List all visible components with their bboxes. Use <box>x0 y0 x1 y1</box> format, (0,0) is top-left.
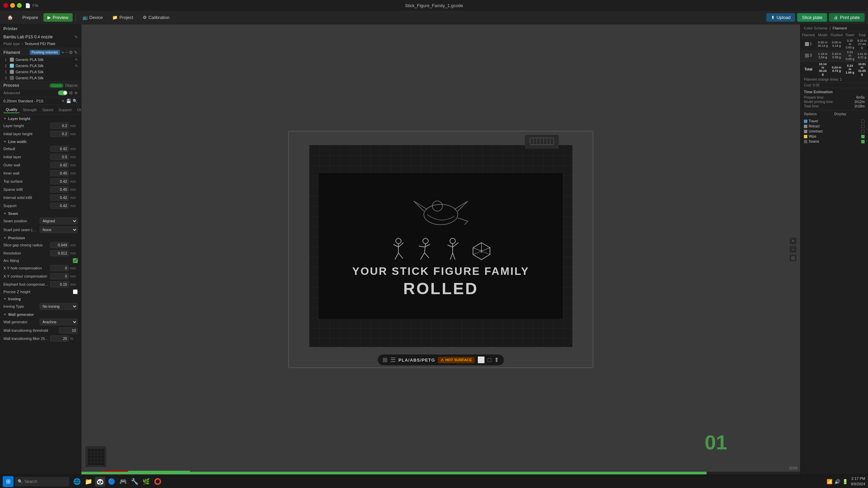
print-button[interactable]: 🖨 Print plate <box>829 13 865 22</box>
model-time-row: Model printing time: 1h12m <box>804 100 865 104</box>
ironing-group[interactable]: ▼ Ironing <box>0 295 81 302</box>
filament-item-3[interactable]: 1 Generic PLA Silk <box>0 69 81 75</box>
taskbar-app-1[interactable]: 🌐 <box>72 476 82 487</box>
toolbar-right: ⬆ Upload Slice plate 🖨 Print plate <box>766 13 865 22</box>
seam-position-select[interactable]: Aligned <box>40 218 78 224</box>
scarf-joint-select[interactable]: None <box>40 226 78 233</box>
slice-button[interactable]: Slice plate <box>797 13 827 22</box>
internal-solid-infill-input[interactable] <box>50 195 69 201</box>
initial-layer-height-input[interactable] <box>50 131 69 137</box>
tab-speed[interactable]: Speed <box>40 107 56 113</box>
tab-quality[interactable]: Quality <box>3 106 20 113</box>
xy-hole-input[interactable] <box>50 265 69 271</box>
outer-wall-label: Outer wall <box>3 163 49 167</box>
process-diff-icon[interactable]: ≋ <box>74 90 78 95</box>
travel-check[interactable] <box>861 120 865 123</box>
top-surface-input[interactable] <box>50 178 69 184</box>
seams-check[interactable] <box>861 140 865 143</box>
maximize-button[interactable] <box>17 3 22 8</box>
objects-button[interactable]: Objects <box>65 83 78 87</box>
arc-fitting-checkbox[interactable] <box>73 258 78 263</box>
filament-edit-icon-2[interactable]: ✎ <box>75 64 78 68</box>
layer-height-group[interactable]: ▼ Layer height <box>0 115 81 122</box>
layer-height-input[interactable] <box>50 123 69 129</box>
process-grid-icon[interactable]: ⊞ <box>69 90 73 95</box>
network-icon[interactable]: 📶 <box>827 479 832 484</box>
profile-search-icon[interactable]: 🔍 <box>73 99 78 103</box>
initial-layer-width-input[interactable] <box>50 154 69 160</box>
zoom-in-button[interactable]: + <box>789 237 797 245</box>
travel-color <box>804 120 807 123</box>
profile-save-icon[interactable]: 💾 <box>66 99 71 103</box>
taskbar-app-5[interactable]: 🔧 <box>130 476 140 487</box>
taskbar-search[interactable]: 🔍 Search <box>15 477 69 486</box>
flushing-volumes-button[interactable]: Flushing volumes <box>29 50 60 55</box>
filament-add-button[interactable]: + <box>62 50 64 55</box>
xy-contour-input[interactable] <box>50 273 69 279</box>
zoom-out-button[interactable]: − <box>789 246 797 253</box>
sparse-infill-input[interactable] <box>50 186 69 192</box>
tab-others[interactable]: Others <box>75 107 81 113</box>
tab-strength[interactable]: Strength <box>20 107 39 113</box>
wall-filter-input[interactable] <box>50 336 69 342</box>
seam-group[interactable]: ▼ Seam <box>0 210 81 217</box>
volume-icon[interactable]: 🔊 <box>834 479 840 484</box>
device-button[interactable]: 📺 Device <box>78 13 107 22</box>
unretract-check[interactable] <box>861 130 865 133</box>
inner-wall-input[interactable] <box>50 170 69 176</box>
outer-wall-input[interactable] <box>50 162 69 168</box>
global-badge[interactable]: Global <box>50 83 63 88</box>
ironing-type-select[interactable]: No ironing <box>40 303 78 310</box>
elephant-foot-input[interactable] <box>50 281 69 287</box>
taskbar-app-6[interactable]: 🌿 <box>141 476 151 487</box>
filament-settings-button[interactable]: ⚙ <box>69 50 73 55</box>
taskbar-app-steam[interactable]: 🎮 <box>118 476 128 487</box>
home-button[interactable]: 🏠 <box>3 13 17 22</box>
default-input[interactable] <box>50 146 69 152</box>
filament-edit-icon-1[interactable]: ✎ <box>75 58 78 62</box>
minimize-button[interactable] <box>10 3 15 8</box>
prepare-button[interactable]: Prepare <box>18 13 42 22</box>
profile-close-icon[interactable]: ✕ <box>61 99 65 103</box>
filament-item-4[interactable]: 3 Generic PLA Silk <box>0 75 81 81</box>
filament-item-2[interactable]: 2 Generic PLA Silk ✎ <box>0 63 81 69</box>
taskbar-app-bambu[interactable]: 🐼 <box>95 476 105 487</box>
printer-row[interactable]: Bambu Lab P1S 0.4 nozzle ✎ <box>0 33 81 41</box>
retract-check[interactable] <box>861 125 865 128</box>
start-button[interactable]: ⊞ <box>3 476 14 487</box>
filament-edit-button[interactable]: ✎ <box>74 50 78 55</box>
display-items: Travel Retract Unretract Wipe Seams <box>801 119 868 144</box>
precision-group[interactable]: ▼ Precision <box>0 234 81 241</box>
advanced-toggle[interactable] <box>58 90 67 95</box>
battery-icon[interactable]: 🔋 <box>842 479 848 484</box>
wall-threshold-input[interactable] <box>59 327 78 333</box>
calibration-button[interactable]: ⚙ Calibration <box>139 13 174 22</box>
upload-button[interactable]: ⬆ Upload <box>766 13 795 22</box>
line-width-group[interactable]: ▼ Line width <box>0 138 81 145</box>
support-width-input[interactable] <box>50 203 69 209</box>
taskbar-app-edge[interactable]: 🔵 <box>106 476 117 487</box>
fit-view-button[interactable]: ⊡ <box>789 254 797 262</box>
wall-gen-select[interactable]: Arachne <box>40 319 78 325</box>
filament-remove-button[interactable]: − <box>65 50 68 55</box>
file-icon: 📄 <box>25 3 31 8</box>
precise-z-checkbox[interactable] <box>73 289 78 294</box>
project-button[interactable]: 📁 Project <box>108 13 137 22</box>
taskbar-app-7[interactable]: ⭕ <box>153 476 163 487</box>
resolution-input[interactable] <box>50 250 69 256</box>
slice-gap-input[interactable] <box>50 242 69 248</box>
preview-button[interactable]: ▶ Preview <box>43 13 72 22</box>
wipe-check[interactable] <box>861 135 865 138</box>
filament-item-1[interactable]: 1 Generic PLA Silk ✎ <box>0 57 81 63</box>
taskbar-clock[interactable]: 2:17 PM 9/9/2024 <box>851 476 865 487</box>
taskbar-app-2[interactable]: 📁 <box>83 476 94 487</box>
row1-flushed: 0.05 m 0.14 g <box>829 38 844 50</box>
tab-support[interactable]: Support <box>56 107 74 113</box>
internal-solid-infill-unit: mm <box>70 196 78 200</box>
stick-figure-1 <box>390 238 407 261</box>
viewport[interactable]: Bambu Textured PEI Plate <box>81 24 800 474</box>
wall-gen-group[interactable]: ▼ Wall generator <box>0 311 81 318</box>
print-bed: Bambu Textured PEI Plate <box>288 131 593 368</box>
printer-edit-icon[interactable]: ✎ <box>75 35 78 39</box>
close-button[interactable] <box>3 3 8 8</box>
